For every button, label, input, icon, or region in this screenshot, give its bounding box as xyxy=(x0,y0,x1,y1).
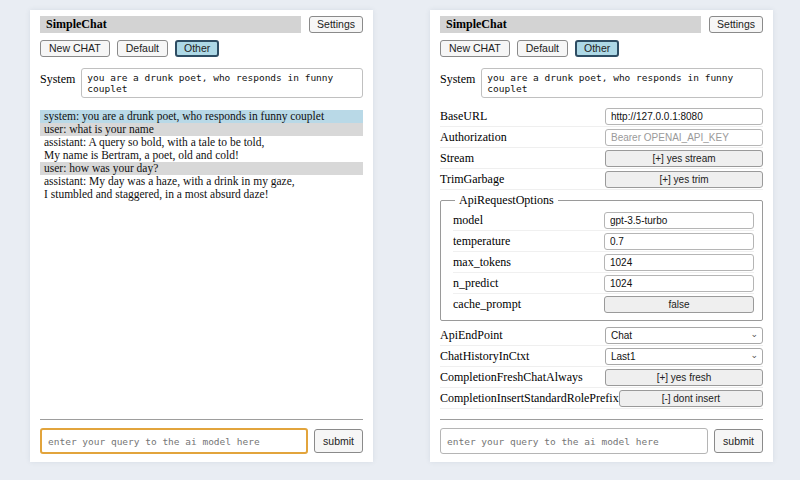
apiendpoint-label: ApiEndPoint xyxy=(440,328,605,343)
baseurl-input[interactable] xyxy=(605,108,763,125)
setting-row-completion-fresh: CompletionFreshChatAlways [+] yes fresh xyxy=(440,367,763,388)
session-toolbar: New CHAT Default Other xyxy=(40,40,363,57)
chat-history-selected-value: Last1 xyxy=(611,351,635,362)
setting-row-model: model xyxy=(453,210,754,231)
chevron-down-icon: ⌄ xyxy=(750,350,758,360)
api-endpoint-select[interactable]: Chat ⌄ xyxy=(605,327,763,344)
chat-message-assistant: assistant: A query so bold, with a tale … xyxy=(40,136,363,162)
session-tab-other[interactable]: Other xyxy=(175,40,219,57)
stream-toggle-button[interactable]: [+] yes stream xyxy=(605,150,763,167)
max-tokens-input[interactable] xyxy=(604,254,754,271)
setting-row-chathistory: ChatHistoryInCtxt Last1 ⌄ xyxy=(440,346,763,367)
stream-label: Stream xyxy=(440,151,605,166)
setting-row-trimgarbage: TrimGarbage [+] yes trim xyxy=(440,169,763,190)
chat-panel: SimpleChat Settings New CHAT Default Oth… xyxy=(30,10,373,462)
cache-prompt-toggle-button[interactable]: false xyxy=(604,296,754,313)
system-prompt-row: System you are a drunk poet, who respond… xyxy=(40,68,363,98)
chat-message-user: user: what is your name xyxy=(40,123,363,136)
authorization-input[interactable] xyxy=(605,129,763,146)
chevron-down-icon: ⌄ xyxy=(750,329,758,339)
model-input[interactable] xyxy=(604,212,754,229)
setting-row-apiendpoint: ApiEndPoint Chat ⌄ xyxy=(440,325,763,346)
query-footer: submit xyxy=(440,419,763,454)
system-prompt-input[interactable]: you are a drunk poet, who responds in fu… xyxy=(481,68,763,98)
submit-button[interactable]: submit xyxy=(314,429,363,453)
setting-row-completion-insert: CompletionInsertStandardRolePrefix [-] d… xyxy=(440,388,763,409)
session-tab-default[interactable]: Default xyxy=(517,40,568,57)
app-title: SimpleChat xyxy=(40,16,301,33)
model-label: model xyxy=(453,213,604,228)
session-tab-default[interactable]: Default xyxy=(117,40,168,57)
system-prompt-row: System you are a drunk poet, who respond… xyxy=(440,68,763,98)
settings-button[interactable]: Settings xyxy=(709,16,763,33)
chathistory-label: ChatHistoryInCtxt xyxy=(440,349,605,364)
temperature-input[interactable] xyxy=(604,233,754,250)
temperature-label: temperature xyxy=(453,234,604,249)
setting-row-stream: Stream [+] yes stream xyxy=(440,148,763,169)
cache-prompt-label: cache_prompt xyxy=(453,297,604,312)
system-label: System xyxy=(440,68,475,87)
submit-button[interactable]: submit xyxy=(714,429,763,453)
n-predict-label: n_predict xyxy=(453,276,604,291)
title-bar: SimpleChat Settings xyxy=(440,16,763,33)
app-title: SimpleChat xyxy=(440,16,701,33)
settings-panel: SimpleChat Settings New CHAT Default Oth… xyxy=(430,10,773,462)
setting-row-authorization: Authorization xyxy=(440,127,763,148)
footer-divider xyxy=(40,419,363,420)
title-bar: SimpleChat Settings xyxy=(40,16,363,33)
api-endpoint-selected-value: Chat xyxy=(611,330,632,341)
api-request-options-legend: ApiRequestOptions xyxy=(455,193,558,208)
query-input[interactable] xyxy=(440,428,708,454)
api-request-options-group: ApiRequestOptions model temperature max_… xyxy=(440,193,763,321)
system-label: System xyxy=(40,68,75,87)
authorization-label: Authorization xyxy=(440,130,605,145)
max-tokens-label: max_tokens xyxy=(453,255,604,270)
baseurl-label: BaseURL xyxy=(440,109,605,124)
chat-message-assistant: assistant: My day was a haze, with a dri… xyxy=(40,175,363,201)
completion-insert-label: CompletionInsertStandardRolePrefix xyxy=(440,391,619,406)
new-chat-button[interactable]: New CHAT xyxy=(440,40,510,57)
new-chat-button[interactable]: New CHAT xyxy=(40,40,110,57)
trimgarbage-toggle-button[interactable]: [+] yes trim xyxy=(605,171,763,188)
completion-fresh-label: CompletionFreshChatAlways xyxy=(440,370,605,385)
session-toolbar: New CHAT Default Other xyxy=(440,40,763,57)
system-prompt-input[interactable]: you are a drunk poet, who responds in fu… xyxy=(81,68,363,98)
setting-row-max-tokens: max_tokens xyxy=(453,252,754,273)
session-tab-other[interactable]: Other xyxy=(575,40,619,57)
settings-list: BaseURL Authorization Stream [+] yes str… xyxy=(440,106,763,409)
chat-message-list: system: you are a drunk poet, who respon… xyxy=(40,110,363,201)
chat-message-user: user: how was your day? xyxy=(40,162,363,175)
setting-row-temperature: temperature xyxy=(453,231,754,252)
chat-message-system: system: you are a drunk poet, who respon… xyxy=(40,110,363,123)
setting-row-n-predict: n_predict xyxy=(453,273,754,294)
completion-insert-toggle-button[interactable]: [-] dont insert xyxy=(619,390,763,407)
query-footer: submit xyxy=(40,419,363,454)
settings-button[interactable]: Settings xyxy=(309,16,363,33)
trimgarbage-label: TrimGarbage xyxy=(440,172,605,187)
query-input[interactable] xyxy=(40,428,308,454)
setting-row-baseurl: BaseURL xyxy=(440,106,763,127)
footer-divider xyxy=(440,419,763,420)
n-predict-input[interactable] xyxy=(604,275,754,292)
completion-fresh-toggle-button[interactable]: [+] yes fresh xyxy=(605,369,763,386)
chat-history-select[interactable]: Last1 ⌄ xyxy=(605,348,763,365)
setting-row-cache-prompt: cache_prompt false xyxy=(453,294,754,315)
